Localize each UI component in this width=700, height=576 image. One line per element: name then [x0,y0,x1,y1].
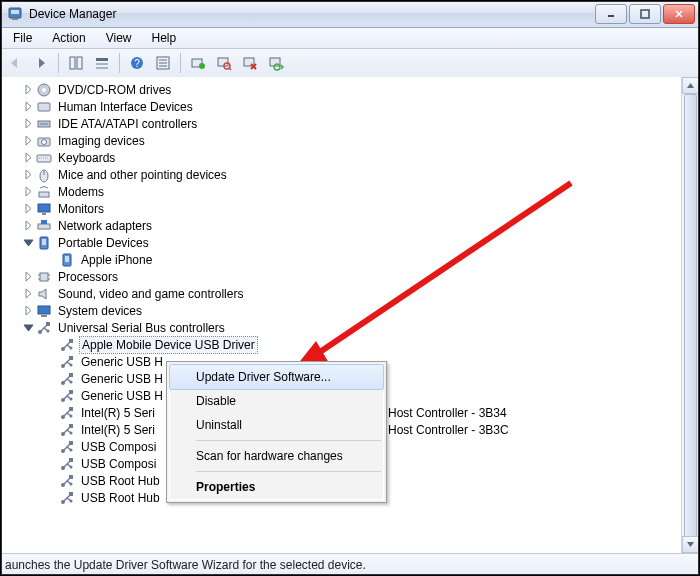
close-button[interactable] [663,4,695,24]
help-button[interactable]: ? [125,51,149,75]
menu-action[interactable]: Action [42,29,95,47]
expand-icon[interactable] [23,169,34,180]
expand-icon[interactable] [23,118,34,129]
expand-icon[interactable] [23,135,34,146]
statusbar: aunches the Update Driver Software Wizar… [1,553,699,575]
scan-hardware-toolbar-button[interactable] [212,51,236,75]
menu-help[interactable]: Help [142,29,187,47]
cpu-icon [36,269,52,285]
svg-line-98 [67,464,71,467]
svg-rect-44 [42,239,46,245]
context-uninstall[interactable]: Uninstall [170,413,383,437]
mouse-icon [36,167,52,183]
portable-device-icon [36,235,52,251]
tree-node-apple-mobile-driver[interactable]: Apple Mobile Device USB Driver [5,336,699,353]
camera-icon [36,133,52,149]
tree-node-mice[interactable]: Mice and other pointing devices [5,166,699,183]
tree-node-keyboards[interactable]: Keyboards [5,149,699,166]
svg-rect-71 [69,373,73,377]
scroll-thumb[interactable] [684,94,697,538]
tree-node-usb[interactable]: Universal Serial Bus controllers [5,319,699,336]
usb-icon [59,422,75,438]
vertical-scrollbar[interactable] [681,77,699,553]
expand-icon[interactable] [23,152,34,163]
statusbar-text: aunches the Update Driver Software Wizar… [5,558,366,572]
svg-rect-38 [39,192,49,197]
app-icon [7,6,23,22]
expand-icon[interactable] [23,288,34,299]
tree-node-modems[interactable]: Modems [5,183,699,200]
svg-rect-76 [69,390,73,394]
disable-toolbar-button[interactable] [264,51,288,75]
collapse-icon[interactable] [23,322,34,333]
minimize-button[interactable] [595,4,627,24]
expand-icon[interactable] [23,101,34,112]
svg-line-103 [67,481,71,484]
tree-node-monitors[interactable]: Monitors [5,200,699,217]
svg-rect-106 [69,492,73,496]
ide-icon [36,116,52,132]
svg-rect-10 [96,63,108,65]
svg-rect-46 [65,256,69,262]
svg-line-83 [67,413,71,416]
toolbar-separator [119,53,120,73]
tree-node-system[interactable]: System devices [5,302,699,319]
svg-rect-66 [69,356,73,360]
update-driver-toolbar-button[interactable] [186,51,210,75]
forward-button[interactable] [29,51,53,75]
expand-icon[interactable] [23,220,34,231]
context-scan-hardware[interactable]: Scan for hardware changes [170,444,383,468]
usb-icon [59,388,75,404]
tree-node-imaging[interactable]: Imaging devices [5,132,699,149]
svg-rect-52 [38,306,50,314]
svg-rect-2 [12,18,18,20]
svg-point-33 [42,139,47,144]
tree-node-ide[interactable]: IDE ATA/ATAPI controllers [5,115,699,132]
window-title: Device Manager [29,7,593,21]
context-disable[interactable]: Disable [170,389,383,413]
svg-rect-40 [42,213,46,215]
svg-rect-29 [38,103,50,111]
menu-file[interactable]: File [3,29,42,47]
svg-rect-86 [69,424,73,428]
svg-line-68 [67,362,71,365]
modem-icon [36,184,52,200]
device-manager-window: Device Manager File Action View Help ? [0,0,700,576]
usb-icon [59,439,75,455]
tree-node-network[interactable]: Network adapters [5,217,699,234]
expand-icon[interactable] [23,203,34,214]
svg-rect-9 [96,58,108,61]
scroll-up-button[interactable] [682,77,699,94]
tree-node-sound[interactable]: Sound, video and game controllers [5,285,699,302]
show-hide-tree-button[interactable] [64,51,88,75]
expand-icon[interactable] [23,271,34,282]
back-button[interactable] [3,51,27,75]
menu-view[interactable]: View [96,29,142,47]
toolbar-separator [58,53,59,73]
tree-node-processors[interactable]: Processors [5,268,699,285]
expand-icon[interactable] [23,305,34,316]
svg-rect-41 [38,224,50,229]
svg-line-108 [67,498,71,501]
expand-icon[interactable] [23,84,34,95]
expand-icon[interactable] [23,186,34,197]
properties-toolbar-button[interactable] [90,51,114,75]
maximize-button[interactable] [629,4,661,24]
svg-rect-4 [641,10,649,18]
tree-node-iphone[interactable]: Apple iPhone [5,251,699,268]
toolbar: ? [1,49,699,78]
collapse-icon[interactable] [23,237,34,248]
action-toolbar-button[interactable] [151,51,175,75]
svg-line-73 [67,379,71,382]
context-menu: Update Driver Software... Disable Uninst… [166,361,387,503]
scroll-down-button[interactable] [682,536,699,553]
tree-node-hid[interactable]: Human Interface Devices [5,98,699,115]
context-update-driver[interactable]: Update Driver Software... [169,364,384,390]
keyboard-icon [36,150,52,166]
context-properties[interactable]: Properties [170,475,383,499]
uninstall-toolbar-button[interactable] [238,51,262,75]
portable-device-icon [59,252,75,268]
tree-node-portable[interactable]: Portable Devices [5,234,699,251]
usb-icon [59,371,75,387]
tree-node-dvd[interactable]: DVD/CD-ROM drives [5,81,699,98]
